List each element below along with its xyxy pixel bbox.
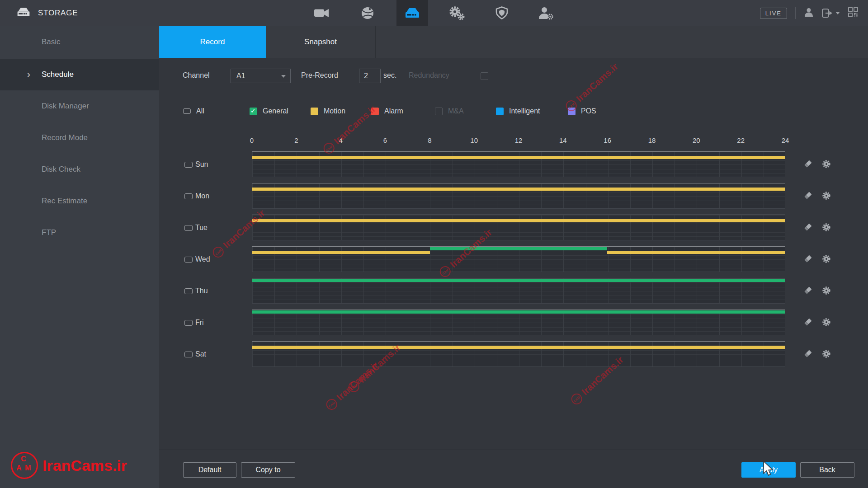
legend-intelligent[interactable]: Intelligent: [496, 103, 540, 119]
day-checkbox[interactable]: [184, 225, 193, 231]
eraser-icon[interactable]: [803, 254, 812, 263]
back-button[interactable]: Back: [800, 462, 854, 478]
all-checkbox[interactable]: [183, 108, 191, 114]
app-title-group: STORAGE: [16, 0, 78, 26]
nav-security-icon[interactable]: [486, 0, 518, 26]
legend-motion[interactable]: Motion: [311, 103, 345, 119]
hour-tick: 12: [515, 136, 523, 144]
schedule-band[interactable]: [252, 310, 785, 335]
motion-record-bar[interactable]: [607, 251, 785, 254]
motion-record-bar[interactable]: [252, 188, 785, 191]
general-record-bar[interactable]: [430, 247, 608, 250]
user-icon[interactable]: [804, 7, 814, 19]
row-settings-icon[interactable]: [822, 286, 831, 295]
qr-code-icon[interactable]: [848, 7, 858, 19]
motion-record-bar[interactable]: [252, 251, 430, 254]
eraser-icon[interactable]: [803, 223, 812, 232]
schedule-row-mon: Mon: [159, 183, 868, 209]
nav-account-icon[interactable]: [530, 0, 562, 26]
logout-icon[interactable]: [822, 8, 840, 18]
sidebar-item-rec-estimate[interactable]: Rec Estimate: [0, 185, 159, 217]
eraser-icon[interactable]: [803, 160, 812, 169]
motion-record-bar[interactable]: [252, 156, 785, 159]
day-checkbox[interactable]: [184, 193, 193, 199]
intelligent-swatch[interactable]: [496, 108, 504, 115]
tabstrip: Record Snapshot: [159, 26, 868, 58]
sidebar: Basic › Schedule Disk Manager Record Mod…: [0, 26, 159, 488]
eraser-icon[interactable]: [803, 349, 812, 358]
motion-swatch[interactable]: [311, 108, 318, 115]
schedule-band[interactable]: [252, 151, 785, 177]
row-settings-icon[interactable]: [822, 223, 831, 232]
day-checkbox[interactable]: [184, 257, 193, 263]
schedule-band[interactable]: [252, 215, 785, 240]
schedule-band[interactable]: [252, 183, 785, 209]
motion-record-bar[interactable]: [252, 346, 785, 349]
hour-tick: 0: [250, 136, 254, 144]
schedule-band[interactable]: [252, 246, 785, 272]
schedule-band[interactable]: [252, 341, 785, 367]
legend-all[interactable]: All: [183, 103, 204, 119]
motion-record-bar[interactable]: [252, 219, 785, 222]
apply-button[interactable]: Apply: [741, 462, 796, 478]
general-record-bar[interactable]: [252, 310, 785, 314]
prerecord-input[interactable]: 2: [359, 69, 381, 83]
channel-select[interactable]: A1: [231, 69, 291, 83]
eraser-icon[interactable]: [803, 318, 812, 327]
tab-snapshot[interactable]: Snapshot: [266, 26, 375, 58]
hour-tick: 6: [383, 136, 387, 144]
schedule-row-tue: Tue: [159, 215, 868, 240]
legend-alarm[interactable]: Alarm: [371, 103, 403, 119]
legend-mna: M&A: [435, 103, 464, 119]
sidebar-item-ftp[interactable]: FTP: [0, 217, 159, 249]
sidebar-item-record-mode[interactable]: Record Mode: [0, 122, 159, 154]
day-checkbox[interactable]: [184, 352, 193, 357]
storage-drive-icon: [16, 7, 31, 19]
day-label: Tue: [195, 215, 208, 240]
eraser-icon[interactable]: [803, 191, 812, 200]
legend-pos[interactable]: POS: [568, 103, 596, 119]
day-label: Mon: [195, 183, 209, 209]
general-record-bar[interactable]: [252, 279, 785, 282]
general-checkbox[interactable]: [250, 108, 257, 115]
row-settings-icon[interactable]: [822, 191, 831, 200]
sidebar-item-schedule[interactable]: › Schedule: [0, 59, 159, 90]
page-title: STORAGE: [38, 9, 78, 18]
default-button[interactable]: Default: [183, 462, 236, 478]
dvr-storage-screen: STORAGE LIVE: [0, 0, 868, 488]
sidebar-item-basic[interactable]: Basic: [0, 26, 159, 58]
schedule-band[interactable]: [252, 278, 785, 304]
day-label: Wed: [195, 246, 210, 272]
legend-general[interactable]: General: [250, 103, 288, 119]
nav-system-icon[interactable]: [441, 0, 472, 26]
day-checkbox[interactable]: [184, 288, 193, 294]
topbar: STORAGE LIVE: [0, 0, 868, 27]
content-panel: Record Snapshot Channel A1 Pre-Record 2 …: [159, 26, 868, 488]
row-settings-icon[interactable]: [822, 349, 831, 358]
day-label: Thu: [195, 278, 208, 304]
chevron-down-icon: [281, 75, 286, 78]
pos-swatch[interactable]: [568, 108, 576, 115]
hour-tick: 24: [782, 136, 789, 144]
copy-to-button[interactable]: Copy to: [241, 462, 295, 478]
row-settings-icon[interactable]: [822, 318, 831, 327]
row-settings-icon[interactable]: [822, 160, 831, 169]
sidebar-item-disk-check[interactable]: Disk Check: [0, 154, 159, 185]
alarm-swatch[interactable]: [371, 108, 379, 115]
tab-record[interactable]: Record: [159, 26, 266, 58]
day-checkbox[interactable]: [184, 162, 193, 168]
row-settings-icon[interactable]: [822, 254, 831, 263]
nav-storage-icon[interactable]: [396, 0, 428, 26]
nav-network-icon[interactable]: [352, 0, 383, 26]
schedule-row-sat: Sat: [159, 341, 868, 367]
topbar-right: LIVE: [760, 0, 868, 26]
chevron-down-icon: [835, 12, 840, 14]
sidebar-item-disk-manager[interactable]: Disk Manager: [0, 90, 159, 122]
eraser-icon[interactable]: [803, 286, 812, 295]
nav-camera-icon[interactable]: [306, 0, 338, 26]
live-button[interactable]: LIVE: [760, 8, 787, 19]
hour-tick: 22: [737, 136, 745, 144]
hour-tick: 18: [648, 136, 656, 144]
day-checkbox[interactable]: [184, 320, 193, 326]
day-label: Fri: [195, 310, 204, 335]
